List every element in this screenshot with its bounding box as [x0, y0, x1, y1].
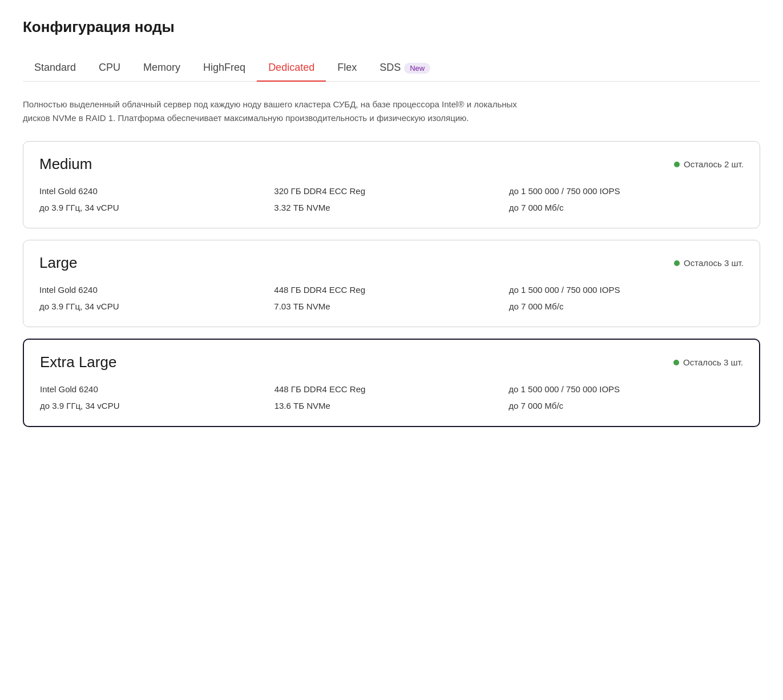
card-medium-spec-row1-col2: 320 ГБ DDR4 ECC Reg — [274, 184, 508, 198]
tabs-nav: StandardCPUMemoryHighFreqDedicatedFlexSD… — [23, 54, 760, 82]
card-medium[interactable]: MediumОсталось 2 шт.Intel Gold 6240320 Г… — [23, 141, 760, 228]
card-extra-large-header: Extra LargeОсталось 3 шт. — [40, 353, 743, 371]
card-extra-large-title: Extra Large — [40, 353, 116, 371]
tab-cpu[interactable]: CPU — [87, 55, 132, 82]
card-extra-large-spec-row1-col3: до 1 500 000 / 750 000 IOPS — [508, 383, 743, 396]
card-large-header: LargeОсталось 3 шт. — [39, 254, 744, 272]
card-large-availability: Осталось 3 шт. — [674, 258, 744, 268]
card-extra-large-spec-row1-col2: 448 ГБ DDR4 ECC Reg — [275, 383, 509, 396]
card-large-availability-text: Осталось 3 шт. — [684, 258, 744, 268]
card-medium-availability: Осталось 2 шт. — [674, 159, 744, 169]
card-large-spec-row1-col2: 448 ГБ DDR4 ECC Reg — [274, 283, 508, 296]
cards-list: MediumОсталось 2 шт.Intel Gold 6240320 Г… — [23, 141, 760, 427]
card-medium-spec-row2-col2: 3.32 ТБ NVMe — [274, 201, 508, 214]
card-extra-large-spec-row2-col1: до 3.9 ГГц, 34 vCPU — [40, 399, 275, 412]
tab-highfreq[interactable]: HighFreq — [192, 55, 257, 82]
card-large-title: Large — [39, 254, 78, 272]
tab-sds[interactable]: SDSNew — [368, 55, 442, 82]
card-medium-specs: Intel Gold 6240320 ГБ DDR4 ECC Regдо 1 5… — [39, 184, 744, 214]
card-medium-header: MediumОсталось 2 шт. — [39, 155, 744, 173]
card-extra-large-spec-row2-col2: 13.6 ТБ NVMe — [275, 399, 509, 412]
card-extra-large-availability: Осталось 3 шт. — [673, 357, 743, 367]
card-medium-spec-row2-col3: до 7 000 Мб/с — [509, 201, 744, 214]
card-large-spec-row2-col2: 7.03 ТБ NVMe — [274, 300, 508, 313]
card-large-availability-dot — [674, 260, 680, 266]
card-extra-large-availability-text: Осталось 3 шт. — [683, 357, 743, 367]
card-large-spec-row1-col3: до 1 500 000 / 750 000 IOPS — [509, 283, 744, 296]
card-extra-large[interactable]: Extra LargeОсталось 3 шт.Intel Gold 6240… — [23, 339, 760, 427]
card-large-spec-row2-col3: до 7 000 Мб/с — [509, 300, 744, 313]
card-extra-large-spec-row2-col3: до 7 000 Мб/с — [508, 399, 743, 412]
card-extra-large-spec-row1-col1: Intel Gold 6240 — [40, 383, 275, 396]
page-title: Конфигурация ноды — [23, 18, 760, 36]
card-medium-spec-row2-col1: до 3.9 ГГц, 34 vCPU — [39, 201, 274, 214]
card-medium-availability-text: Осталось 2 шт. — [684, 159, 744, 169]
tab-memory[interactable]: Memory — [132, 55, 192, 82]
tab-sds-badge: New — [404, 63, 430, 74]
card-large-spec-row2-col1: до 3.9 ГГц, 34 vCPU — [39, 300, 274, 313]
card-large-specs: Intel Gold 6240448 ГБ DDR4 ECC Regдо 1 5… — [39, 283, 744, 313]
card-large-spec-row1-col1: Intel Gold 6240 — [39, 283, 274, 296]
description-text: Полностью выделенный облачный сервер под… — [23, 98, 536, 125]
tab-dedicated[interactable]: Dedicated — [257, 55, 326, 82]
tab-flex[interactable]: Flex — [326, 55, 368, 82]
tab-standard[interactable]: Standard — [23, 55, 87, 82]
card-medium-spec-row1-col3: до 1 500 000 / 750 000 IOPS — [509, 184, 744, 198]
card-medium-spec-row1-col1: Intel Gold 6240 — [39, 184, 274, 198]
card-extra-large-availability-dot — [673, 360, 679, 365]
card-medium-title: Medium — [39, 155, 92, 173]
card-medium-availability-dot — [674, 162, 680, 167]
card-large[interactable]: LargeОсталось 3 шт.Intel Gold 6240448 ГБ… — [23, 240, 760, 327]
card-extra-large-specs: Intel Gold 6240448 ГБ DDR4 ECC Regдо 1 5… — [40, 383, 743, 412]
